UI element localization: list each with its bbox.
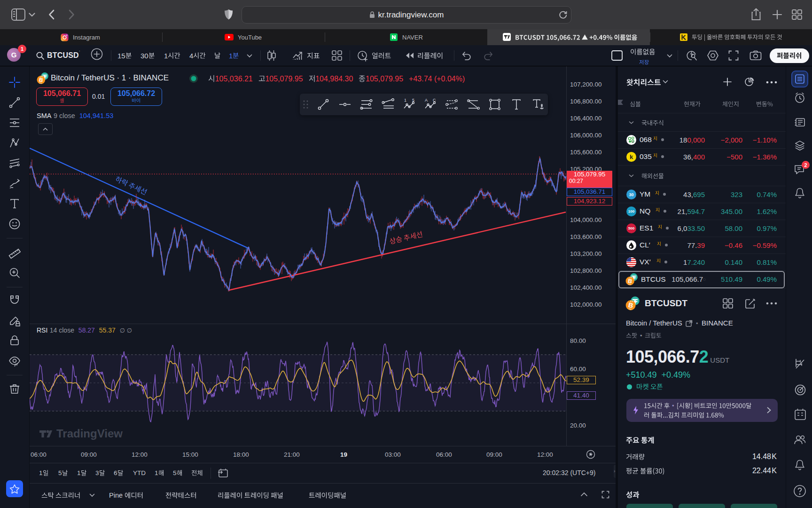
svg-text:1: 1 (404, 98, 406, 103)
svg-text:A: A (425, 98, 428, 103)
